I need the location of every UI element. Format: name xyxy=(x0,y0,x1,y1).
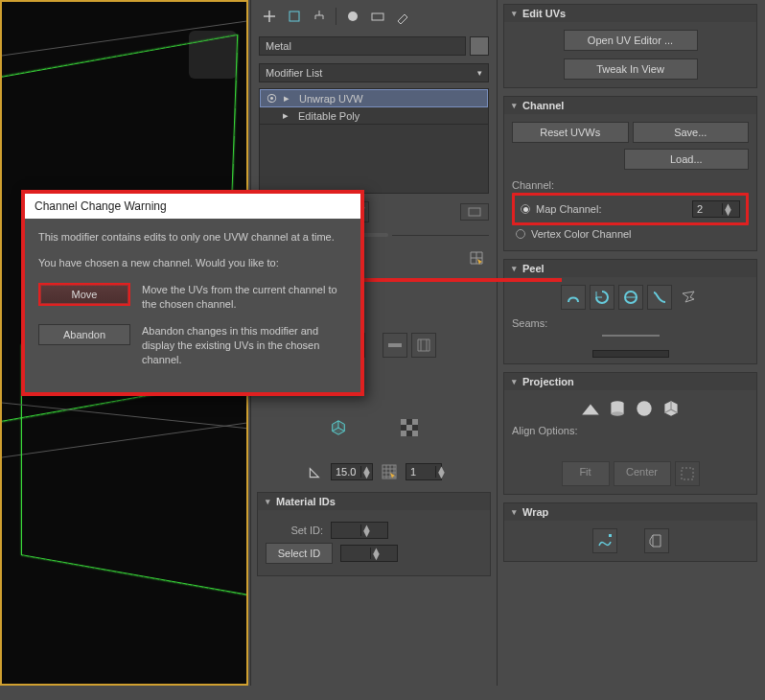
tweak-in-view-button[interactable]: Tweak In View xyxy=(564,58,698,80)
scroll-indicator[interactable] xyxy=(592,350,669,358)
projection-rollout: Projection Align Options: Fit Center xyxy=(503,372,757,495)
save-button[interactable]: Save... xyxy=(633,122,750,143)
box-projection-icon[interactable] xyxy=(661,398,682,419)
modifier-label: Editable Poly xyxy=(298,110,359,122)
dialog-title: Channel Change Warning xyxy=(25,194,360,219)
planar-projection-icon[interactable] xyxy=(580,398,601,419)
abandon-description: Abandon changes in this modifier and dis… xyxy=(142,324,347,367)
modifier-label: Unwrap UVW xyxy=(299,93,363,105)
map-channel-radio[interactable] xyxy=(521,204,530,214)
dialog-text-1: This modifier contains edits to only one… xyxy=(38,230,347,245)
wrap-spline-icon[interactable] xyxy=(592,528,617,553)
command-panel-tabs xyxy=(251,0,497,33)
checker-preview-icon[interactable] xyxy=(397,415,422,440)
angle-spinner[interactable]: ▲▼ xyxy=(331,463,373,480)
rollout-header[interactable]: Wrap xyxy=(504,503,756,521)
grid-snap-icon[interactable] xyxy=(379,459,400,484)
vertex-color-radio[interactable] xyxy=(516,229,525,239)
select-id-button[interactable]: Select ID xyxy=(266,543,333,564)
modify-tab-icon[interactable] xyxy=(284,6,305,27)
modifier-list-dropdown[interactable]: Modifier List xyxy=(259,63,489,82)
channel-label: Channel: xyxy=(512,179,749,191)
open-uv-editor-button[interactable]: Open UV Editor ... xyxy=(564,30,698,51)
svg-rect-17 xyxy=(401,431,406,436)
stack-options-icon[interactable] xyxy=(460,203,489,221)
modifier-stack[interactable]: ⦿ ▸ Unwrap UVW ▸ Editable Poly xyxy=(259,88,489,194)
channel-rollout: Channel Reset UVWs Save... Load... Chann… xyxy=(503,96,757,251)
load-button[interactable]: Load... xyxy=(624,149,750,170)
object-name-input[interactable]: Metal xyxy=(259,36,466,56)
set-id-spinner[interactable]: ▲▼ xyxy=(331,522,388,539)
peel-quick-icon[interactable] xyxy=(561,285,586,310)
expand-icon[interactable]: ▸ xyxy=(283,109,292,122)
svg-rect-25 xyxy=(682,468,693,479)
rollout-header[interactable]: Edit UVs xyxy=(504,5,756,22)
map-channel-highlight: Map Channel: ▲▼ xyxy=(512,193,749,225)
ring-selection-icon[interactable] xyxy=(411,333,436,358)
peel-pelt-icon[interactable] xyxy=(618,285,643,310)
svg-rect-0 xyxy=(290,12,299,21)
utilities-tab-icon[interactable] xyxy=(392,6,413,27)
object-color-swatch[interactable] xyxy=(470,36,489,56)
svg-rect-2 xyxy=(372,13,383,20)
peel-reset-icon[interactable] xyxy=(590,285,614,310)
expand-icon[interactable]: ▸ xyxy=(284,92,293,105)
peel-lscm-icon[interactable] xyxy=(676,285,701,310)
vertex-color-label: Vertex Color Channel xyxy=(531,228,632,240)
vertex-color-radio-row[interactable]: Vertex Color Channel xyxy=(512,225,749,243)
svg-rect-18 xyxy=(412,431,418,436)
align-options-label: Align Options: xyxy=(512,425,749,436)
rollout-header[interactable]: Peel xyxy=(504,260,756,277)
svg-rect-15 xyxy=(412,419,418,425)
channel-change-warning-dialog: Channel Change Warning This modifier con… xyxy=(21,190,364,396)
svg-rect-26 xyxy=(609,534,612,537)
rollout-header[interactable]: Channel xyxy=(504,97,756,114)
abandon-button[interactable]: Abandon xyxy=(38,324,130,345)
modifier-row-unwrap[interactable]: ⦿ ▸ Unwrap UVW xyxy=(260,89,488,107)
center-button[interactable]: Center xyxy=(614,461,671,486)
svg-rect-14 xyxy=(401,419,406,425)
step-spinner[interactable]: ▲▼ xyxy=(406,463,442,480)
wrap-rollout: Wrap xyxy=(503,502,757,562)
modifier-row-editable-poly[interactable]: ▸ Editable Poly xyxy=(260,107,488,125)
cube-preview-icon[interactable] xyxy=(326,415,351,440)
fit-button[interactable]: Fit xyxy=(562,461,610,486)
cylindrical-projection-icon[interactable] xyxy=(607,398,628,419)
seams-label: Seams: xyxy=(512,317,749,329)
peel-rollout: Peel Seams: xyxy=(503,259,757,364)
set-id-label: Set ID: xyxy=(266,525,323,536)
wrap-unfold-icon[interactable] xyxy=(644,528,669,553)
material-ids-rollout: Material IDs Set ID: ▲▼ Select ID ▲▼ xyxy=(257,492,491,576)
move-description: Move the UVs from the current channel to… xyxy=(142,283,347,312)
spherical-projection-icon[interactable] xyxy=(634,398,655,419)
svg-point-23 xyxy=(611,411,623,415)
annotation-connector xyxy=(360,278,562,282)
visibility-icon[interactable]: ⦿ xyxy=(265,93,278,105)
rollout-header[interactable]: Material IDs xyxy=(258,493,490,510)
edit-uvs-rollout: Edit UVs Open UV Editor ... Tweak In Vie… xyxy=(503,4,757,88)
map-channel-label: Map Channel: xyxy=(536,203,602,215)
svg-point-24 xyxy=(637,401,651,415)
svg-rect-16 xyxy=(406,425,412,431)
create-tab-icon[interactable] xyxy=(259,6,280,27)
svg-rect-4 xyxy=(469,208,480,216)
rollout-header[interactable]: Projection xyxy=(504,373,756,390)
command-panel-right: Edit UVs Open UV Editor ... Tweak In Vie… xyxy=(498,0,763,686)
reset-uvws-button[interactable]: Reset UVWs xyxy=(512,122,629,143)
move-button[interactable]: Move xyxy=(38,283,130,306)
element-select-icon[interactable] xyxy=(464,245,489,270)
hierarchy-tab-icon[interactable] xyxy=(309,6,330,27)
map-channel-spinner[interactable]: ▲▼ xyxy=(692,200,740,218)
map-channel-radio-row[interactable]: Map Channel: ▲▼ xyxy=(517,198,744,221)
motion-tab-icon[interactable] xyxy=(342,6,363,27)
loop-selection-icon[interactable] xyxy=(382,333,407,358)
display-tab-icon[interactable] xyxy=(367,6,388,27)
align-view-icon[interactable] xyxy=(675,461,700,486)
svg-point-1 xyxy=(348,12,358,21)
dialog-text-2: You have chosen a new channel. Would you… xyxy=(38,256,347,270)
visibility-icon[interactable] xyxy=(264,110,277,122)
svg-rect-12 xyxy=(388,343,402,347)
peel-relax-icon[interactable] xyxy=(647,285,672,310)
select-id-spinner[interactable]: ▲▼ xyxy=(340,545,398,562)
angle-icon xyxy=(306,459,325,484)
